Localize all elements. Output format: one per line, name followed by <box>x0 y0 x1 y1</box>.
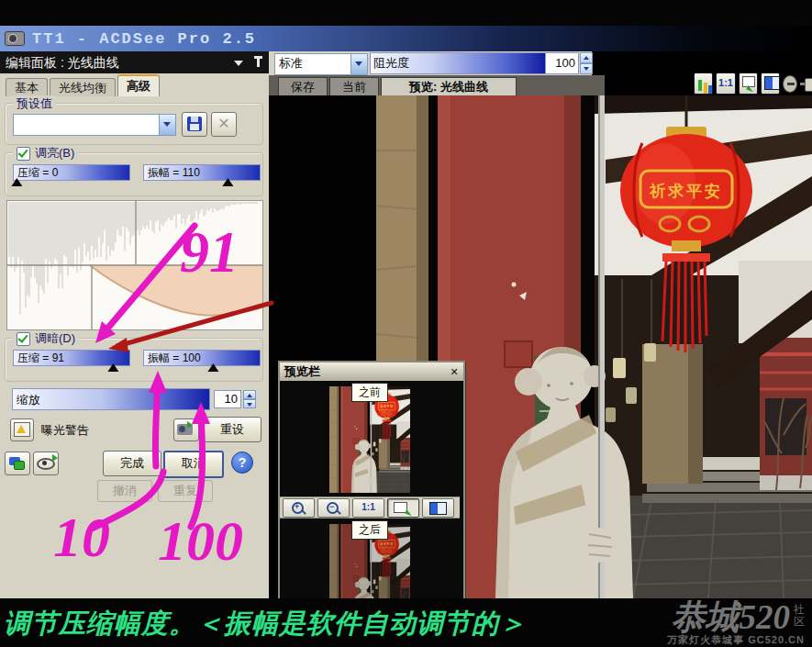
preview-bar-title: 预览栏 <box>284 364 320 378</box>
app-camera-icon <box>5 31 25 46</box>
window-titlebar[interactable]: TT1 - ACDSee Pro 2.5 <box>0 26 812 51</box>
delete-preset-button[interactable]: ✕ <box>211 112 237 137</box>
darken-amplitude-slider[interactable]: 振幅 = 100 <box>143 350 261 374</box>
pin-icon[interactable] <box>257 56 260 67</box>
fit-image-icon[interactable] <box>739 73 758 95</box>
preset-select[interactable]: 标准 <box>274 53 368 75</box>
actual-size-icon[interactable]: 1:1 <box>352 498 384 518</box>
edit-panel-header[interactable]: 编辑面板 : 光线曲线 <box>0 51 269 73</box>
edit-panel-title: 编辑面板 : 光线曲线 <box>6 55 119 70</box>
brighten-checkbox[interactable] <box>17 147 30 161</box>
zoom-spinner[interactable] <box>243 390 256 408</box>
darken-amplitude-value: 振幅 = 100 <box>144 351 260 365</box>
darken-compress-slider[interactable]: 压缩 = 91 <box>13 350 130 374</box>
split-view-icon[interactable] <box>761 73 780 95</box>
done-button[interactable]: 完成 <box>103 451 161 476</box>
tab-advanced[interactable]: 高级 <box>117 74 160 96</box>
zoom-value-field[interactable]: 10 <box>214 390 241 408</box>
tab-light-eq[interactable]: 光线均衡 <box>50 78 116 96</box>
watermark-tagline: 万家灯火恭城事 GC520.CN <box>667 633 805 647</box>
slider-marker[interactable] <box>207 363 218 372</box>
darken-group: 调暗(D) 压缩 = 91 振幅 = 100 <box>5 338 263 382</box>
cancel-button[interactable]: 取消 <box>163 451 224 478</box>
top-black-strip <box>0 0 812 26</box>
brighten-label: 调亮(B) <box>35 145 74 162</box>
preset-select-value: 标准 <box>275 54 350 74</box>
actual-size-icon[interactable]: 1:1 <box>716 73 735 95</box>
histogram-icon[interactable] <box>694 73 713 95</box>
opacity-spinner[interactable] <box>580 52 593 74</box>
redo-button[interactable]: 重复 <box>158 480 213 502</box>
edit-panel: 编辑面板 : 光线曲线 基本 光线均衡 高级 预设值 ✕ <box>0 51 269 598</box>
tab-current[interactable]: 当前 <box>329 77 379 96</box>
exposure-warning-label: 曝光警告 <box>41 422 89 439</box>
exposure-warning-button[interactable] <box>10 418 34 441</box>
screen: TT1 - ACDSee Pro 2.5 编辑面板 : 光线曲线 基本 光线均衡… <box>0 0 812 647</box>
slider-marker[interactable] <box>107 363 118 372</box>
camera-export-icon <box>177 424 193 435</box>
before-thumbnail[interactable] <box>329 386 410 493</box>
preview-toggle-button[interactable] <box>33 452 59 475</box>
watermark-suffix: 社区 <box>793 604 805 628</box>
compare-button[interactable] <box>5 452 30 475</box>
spinner-down-icon[interactable] <box>580 63 593 74</box>
window-title: TT1 - ACDSee Pro 2.5 <box>32 30 256 48</box>
slider-marker[interactable] <box>12 178 23 186</box>
opacity-track[interactable]: 阻光度 <box>371 53 545 73</box>
opacity-label: 阻光度 <box>373 55 409 72</box>
preview-bar-titlebar[interactable]: 预览栏 ✕ <box>280 363 463 381</box>
brighten-amplitude-value: 振幅 = 110 <box>144 165 260 180</box>
zoom-slider-handle[interactable] <box>800 83 812 85</box>
reset-button[interactable]: 重设 <box>203 417 261 442</box>
tab-save[interactable]: 保存 <box>278 77 328 96</box>
chevron-down-icon[interactable] <box>234 61 243 66</box>
before-thumb-area: 之前 <box>280 383 460 496</box>
opacity-value-field[interactable]: 100 <box>545 53 578 73</box>
snapshot-button[interactable] <box>173 418 199 441</box>
brighten-amplitude-slider[interactable]: 振幅 = 110 <box>143 164 261 188</box>
tab-preview[interactable]: 预览: 光线曲线 <box>381 77 517 96</box>
brighten-compress-value: 压缩 = 0 <box>14 165 129 180</box>
slider-marker[interactable] <box>223 178 234 186</box>
fit-image-icon[interactable] <box>387 498 419 518</box>
opacity-slider[interactable]: 阻光度 100 <box>370 52 579 74</box>
curve-histogram[interactable] <box>6 200 263 330</box>
before-label: 之前 <box>351 383 388 402</box>
combobox-arrow-icon[interactable] <box>159 115 175 135</box>
darken-label: 调暗(D) <box>35 330 75 347</box>
zoom-out-icon[interactable]: − <box>317 498 350 518</box>
view-tabs: 保存 当前 预览: 光线曲线 <box>269 75 605 95</box>
bottom-bar: 调节压缩幅度。＜振幅是软件自动调节的＞ 恭城520 社区 万家灯火恭城事 GC5… <box>0 598 812 647</box>
zoom-label: 缩放 <box>17 392 40 408</box>
spinner-down-icon[interactable] <box>243 399 256 408</box>
zoom-in-icon[interactable]: + <box>283 498 315 518</box>
preview-bar-toolbar: + − 1:1 <box>280 496 460 519</box>
preset-group: 预设值 ✕ <box>5 103 263 145</box>
spinner-up-icon[interactable] <box>580 52 593 63</box>
split-view-icon[interactable] <box>422 498 454 518</box>
preset-combobox[interactable] <box>13 114 176 136</box>
floppy-icon <box>187 117 202 131</box>
combobox-arrow-icon[interactable] <box>350 54 367 74</box>
dual-window-icon <box>9 457 20 465</box>
undo-row: 撤消 重复 <box>0 479 269 503</box>
help-button[interactable]: ? <box>231 452 253 474</box>
preset-combobox-value <box>14 115 159 135</box>
edit-panel-tabs: 基本 光线均衡 高级 <box>6 76 161 96</box>
tab-basic[interactable]: 基本 <box>6 78 48 96</box>
exposure-warning-icon <box>14 422 30 437</box>
spinner-up-icon[interactable] <box>243 390 256 399</box>
caption-text: 调节压缩幅度。＜振幅是软件自动调节的＞ <box>4 606 527 642</box>
after-label: 之后 <box>351 520 388 540</box>
save-preset-button[interactable] <box>182 112 207 137</box>
close-icon[interactable]: ✕ <box>448 365 461 378</box>
exposure-row: 曝光警告 重设 <box>5 417 261 446</box>
zoom-slider[interactable]: 缩放 <box>12 388 210 410</box>
preview-bar-panel[interactable]: 预览栏 ✕ 之前 + − 1:1 之后 <box>278 361 465 601</box>
undo-button[interactable]: 撤消 <box>97 480 152 502</box>
zoom-out-icon[interactable] <box>783 75 797 93</box>
brighten-group: 调亮(B) 压缩 = 0 振幅 = 110 <box>5 152 263 196</box>
darken-checkbox[interactable] <box>17 332 30 346</box>
watermark: 恭城520 社区 万家灯火恭城事 GC520.CN <box>667 600 805 647</box>
brighten-compress-slider[interactable]: 压缩 = 0 <box>13 164 130 188</box>
